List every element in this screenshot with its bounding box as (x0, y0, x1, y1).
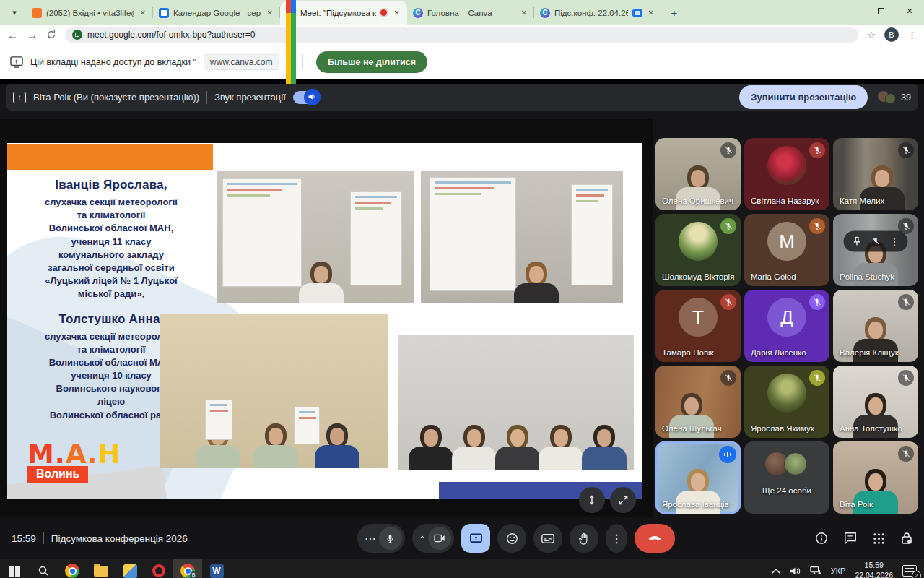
tray-expand-icon[interactable] (772, 568, 780, 574)
participant-tile[interactable]: Олена Оришкевич (655, 138, 741, 210)
mic-muted-icon (898, 218, 914, 234)
man-volyn-logo: М.А.Н Волинь (27, 441, 154, 483)
meeting-details-icon[interactable] (815, 532, 828, 545)
tab-close-icon[interactable]: ✕ (520, 7, 528, 18)
chat-icon[interactable] (844, 532, 857, 545)
participant-name: Олена Шульгач (662, 424, 722, 433)
banner-divider (302, 54, 303, 70)
new-tab-button[interactable]: + (666, 4, 683, 21)
participant-tile[interactable]: Шолкомуд Вікторія (655, 214, 741, 286)
minimize-button[interactable]: – (837, 0, 866, 22)
forward-icon[interactable]: → (27, 30, 38, 40)
mic-muted-icon (898, 294, 914, 310)
host-controls-lock-icon[interactable] (901, 532, 912, 545)
participant-name: Віта Роік (840, 500, 873, 509)
tab-close-icon[interactable]: ✕ (647, 7, 655, 18)
browser-tab[interactable]: CПідс.конф. 22.04.26, – Пре✕ (534, 1, 661, 25)
word-icon[interactable]: W (202, 559, 231, 578)
participant-name: Ярослава Іванців (662, 500, 729, 509)
opera-icon[interactable] (144, 559, 173, 578)
participant-tile[interactable]: Ярослав Якимук (744, 366, 829, 438)
participant-tile[interactable]: Ще 24 особи (744, 441, 829, 514)
present-screen-button[interactable] (461, 524, 490, 553)
participant-tile[interactable]: Віта Роік (833, 441, 918, 514)
taskbar-search-icon[interactable] (29, 559, 58, 578)
browser-tab[interactable]: Календар Google - середа, 22✕ (153, 1, 280, 25)
reactions-button[interactable] (497, 524, 526, 553)
shared-site-chip: www.canva.com (204, 54, 279, 70)
participant-tile[interactable]: Світлана Назарук (744, 138, 829, 210)
file-explorer-icon[interactable] (87, 559, 116, 578)
browser-menu-icon[interactable]: ⋮ (907, 30, 917, 40)
speaking-indicator-icon (719, 446, 736, 463)
profile-avatar[interactable]: B (884, 27, 899, 42)
photos-app-icon[interactable] (116, 559, 144, 578)
browser-tab[interactable]: CГоловна – Canva✕ (407, 1, 534, 25)
stop-presenting-button[interactable]: Зупинити презентацію (739, 85, 868, 109)
raise-hand-button[interactable] (570, 524, 598, 553)
fullscreen-button[interactable] (610, 487, 636, 513)
participant-name: Дарія Лисенко (751, 348, 806, 357)
close-button[interactable]: ✕ (895, 0, 924, 22)
end-call-button[interactable] (635, 524, 675, 553)
meet-app: ↑ Віта Роік (Ви (показуєте презентацію))… (0, 84, 924, 559)
participant-tile[interactable]: ТТамара Новік (655, 290, 741, 362)
participant-tile[interactable]: Ярослава Іванців (655, 441, 741, 514)
participant-tile[interactable]: MMaria Golod (744, 214, 829, 286)
scroll-presentation-button[interactable] (579, 487, 605, 513)
maximize-button[interactable] (866, 0, 895, 22)
participant-tile[interactable]: Олена Шульгач (655, 366, 741, 438)
tray-volume-icon[interactable] (790, 566, 801, 576)
tray-clock[interactable]: 15:59 22.04.2026 (855, 561, 893, 578)
presentation-sound-toggle[interactable] (293, 91, 319, 104)
tab-close-icon[interactable]: ✕ (266, 7, 274, 18)
participant-name: Анна Толстушко (840, 424, 902, 433)
mic-options-icon[interactable]: ⋯ (365, 532, 376, 545)
more-options-button[interactable]: ⋮ (606, 524, 627, 553)
tray-network-icon[interactable] (810, 566, 821, 576)
meet-content: Іванців Ярослава, слухачка секції метеор… (0, 119, 924, 517)
tile-hover-controls[interactable]: ⋮ (844, 231, 908, 252)
browser-tab[interactable]: Meet: "Підсумкова конфер✕ (280, 1, 407, 25)
notification-center-icon[interactable]: 2 (902, 565, 917, 577)
participants-number: 39 (901, 92, 911, 103)
mic-button[interactable] (379, 527, 402, 550)
start-button[interactable] (0, 559, 29, 578)
chrome-taskbar-icon[interactable] (58, 559, 87, 578)
browser-tab[interactable]: (2052) Вхідні • vita3life@ukr.ne✕ (26, 1, 153, 25)
camera-button[interactable] (428, 527, 451, 550)
language-indicator[interactable]: УКР (831, 566, 846, 575)
tab-close-icon[interactable]: ✕ (393, 7, 401, 18)
camera-control: ⌃ (412, 524, 454, 553)
captions-button[interactable] (533, 524, 562, 553)
participant-tile[interactable]: ⋮Polina Stuchyk (833, 214, 918, 286)
chrome-active-window-icon[interactable]: B (173, 559, 202, 578)
screen-share-icon (10, 56, 23, 68)
tab-search-icon[interactable]: ▾ (6, 4, 23, 21)
bookmark-star-icon[interactable]: ☆ (867, 30, 876, 40)
camera-options-icon[interactable]: ⌃ (419, 535, 425, 543)
participant-name: Світлана Назарук (751, 197, 819, 205)
participant-tile[interactable]: Катя Мелих (833, 138, 918, 210)
participant-tile[interactable]: Анна Толстушко (833, 366, 918, 438)
participants-count[interactable]: 39 (878, 91, 911, 104)
mic-muted-icon (720, 370, 736, 386)
tab-title: Підс.конф. 22.04.26, – Пре (554, 9, 628, 17)
pin-icon[interactable] (853, 237, 862, 246)
notification-badge: 2 (912, 571, 921, 578)
window-controls: – ✕ (837, 0, 924, 22)
tile-more-icon[interactable]: ⋮ (890, 236, 899, 247)
meeting-name: Підсумкова конференція 2026 (51, 533, 188, 544)
back-icon[interactable]: ← (7, 30, 18, 40)
reload-icon[interactable] (46, 30, 56, 40)
participant-tile[interactable]: Валерія Кліщук (833, 290, 918, 362)
tab-close-icon[interactable]: ✕ (139, 7, 147, 18)
participant-tile[interactable]: ДДарія Лисенко (744, 290, 829, 362)
address-bar[interactable]: meet.google.com/fof-omkx-bpo?authuser=0 (65, 27, 858, 43)
stop-sharing-button[interactable]: Більше не ділитися (316, 51, 427, 73)
slide-person1-desc: слухачка секції метеорології та кліматол… (13, 196, 209, 301)
activities-icon[interactable] (873, 532, 885, 545)
mic-muted-icon (898, 370, 914, 386)
participant-name: Maria Golod (751, 272, 796, 281)
presentation-stage: Іванців Ярослава, слухачка секції метеор… (0, 119, 653, 517)
